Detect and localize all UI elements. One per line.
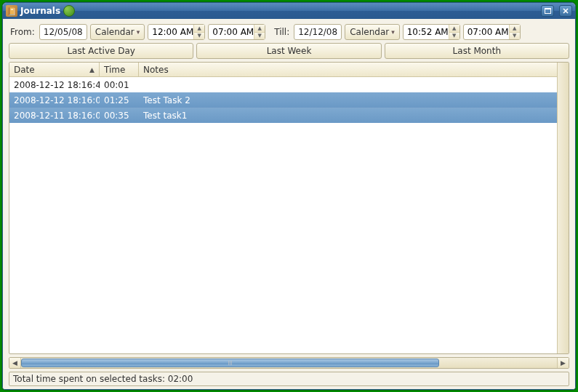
cell-date: 2008-12-12 18:16:41 xyxy=(9,80,100,90)
spin-up-icon[interactable]: ▲ xyxy=(194,25,204,33)
cell-time: 00:35 xyxy=(100,111,139,121)
content-area: From: 12/05/08 Calendar▾ 12:00 AM ▲▼ 07:… xyxy=(3,19,575,389)
from-time1-spinner[interactable]: 12:00 AM ▲▼ xyxy=(148,24,205,40)
last-month-button[interactable]: Last Month xyxy=(385,43,569,59)
window: 📔 Journals From: 12/05/08 Calendar▾ 12:0… xyxy=(2,2,576,390)
spin-down-icon[interactable]: ▼ xyxy=(510,33,520,40)
table-row[interactable]: 2008-12-11 18:16:0000:35Test task1 xyxy=(9,108,557,123)
status-bar: Total time spent on selected tasks: 02:0… xyxy=(9,372,569,386)
maximize-button[interactable] xyxy=(541,5,554,17)
cell-time: 00:01 xyxy=(100,80,139,90)
table-body[interactable]: 2008-12-12 18:16:4100:012008-12-12 18:16… xyxy=(9,77,557,353)
journal-table: Date▲ Time Notes 2008-12-12 18:16:4100:0… xyxy=(9,62,569,354)
till-time1-spinner[interactable]: 10:52 AM ▲▼ xyxy=(403,24,460,40)
spin-down-icon[interactable]: ▼ xyxy=(449,33,459,40)
cell-time: 01:25 xyxy=(100,95,139,105)
last-active-day-button[interactable]: Last Active Day xyxy=(9,43,193,59)
from-date-field[interactable]: 12/05/08 xyxy=(39,24,87,40)
sort-asc-icon: ▲ xyxy=(89,66,95,73)
vertical-scrollbar[interactable] xyxy=(557,63,569,353)
spin-down-icon[interactable]: ▼ xyxy=(194,33,204,40)
cell-notes: Test task1 xyxy=(139,111,557,121)
h-scroll-thumb[interactable] xyxy=(21,359,439,367)
col-notes-header[interactable]: Notes xyxy=(139,63,557,76)
cell-notes: Test Task 2 xyxy=(139,95,557,105)
spin-down-icon[interactable]: ▼ xyxy=(254,33,265,40)
from-time2-spinner[interactable]: 07:00 AM ▲▼ xyxy=(208,24,265,40)
distro-logo-icon xyxy=(63,5,75,17)
horizontal-scrollbar[interactable]: ◀ ▶ xyxy=(9,357,569,369)
till-time2-spinner[interactable]: 07:00 AM ▲▼ xyxy=(463,24,521,40)
table-header: Date▲ Time Notes xyxy=(9,63,557,77)
from-label: From: xyxy=(9,27,36,37)
cell-date: 2008-12-12 18:16:00 xyxy=(9,95,100,105)
scroll-left-button[interactable]: ◀ xyxy=(9,358,21,368)
table-row[interactable]: 2008-12-12 18:16:0001:25Test Task 2 xyxy=(9,92,557,108)
cell-date: 2008-12-11 18:16:00 xyxy=(9,111,100,121)
close-button[interactable] xyxy=(559,5,572,17)
from-calendar-button[interactable]: Calendar▾ xyxy=(90,24,145,40)
chevron-down-icon: ▾ xyxy=(137,28,140,36)
till-calendar-button[interactable]: Calendar▾ xyxy=(345,24,400,40)
till-date-field[interactable]: 12/12/08 xyxy=(294,24,342,40)
app-icon: 📔 xyxy=(6,5,17,17)
chevron-down-icon: ▾ xyxy=(391,28,395,36)
col-time-header[interactable]: Time xyxy=(100,63,139,76)
titlebar[interactable]: 📔 Journals xyxy=(3,3,575,19)
table-row[interactable]: 2008-12-12 18:16:4100:01 xyxy=(9,77,557,92)
filter-row: From: 12/05/08 Calendar▾ 12:00 AM ▲▼ 07:… xyxy=(9,24,569,40)
col-date-header[interactable]: Date▲ xyxy=(9,63,100,76)
scroll-right-button[interactable]: ▶ xyxy=(557,358,569,368)
spin-up-icon[interactable]: ▲ xyxy=(510,25,520,33)
spin-up-icon[interactable]: ▲ xyxy=(254,25,265,33)
spin-up-icon[interactable]: ▲ xyxy=(449,25,459,33)
last-week-button[interactable]: Last Week xyxy=(196,43,381,59)
window-title: Journals xyxy=(20,6,60,16)
till-label: Till: xyxy=(273,27,291,37)
h-scroll-track[interactable] xyxy=(21,358,557,368)
quick-range-row: Last Active Day Last Week Last Month xyxy=(9,43,569,59)
